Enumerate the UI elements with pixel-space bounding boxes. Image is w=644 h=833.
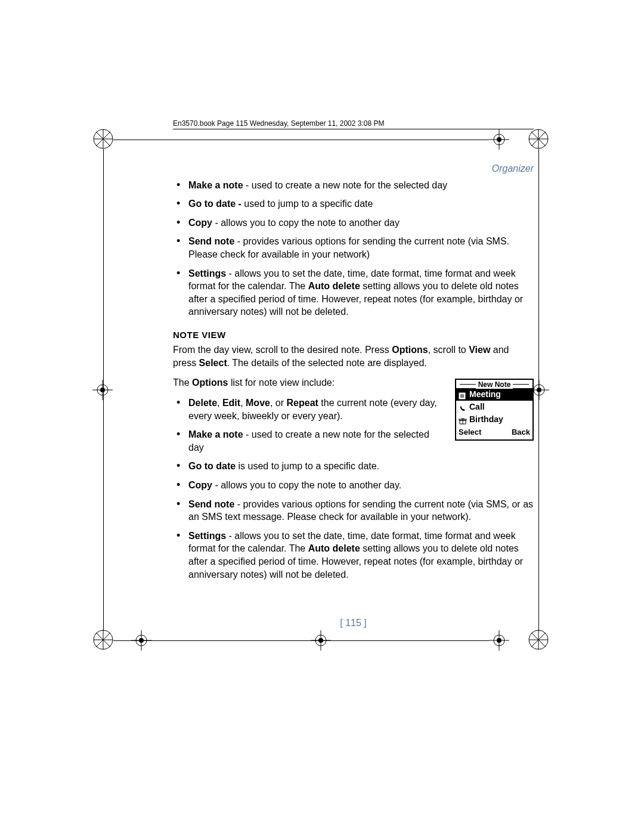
note-view-heading: NOTE VIEW — [173, 329, 534, 341]
phone-menu-item-selected: Meeting — [456, 388, 532, 401]
phone-screenshot: New Note Meeting Call — [455, 379, 534, 440]
term: Move — [246, 398, 270, 408]
term: Send note — [188, 499, 234, 509]
term: Options — [392, 345, 428, 355]
desc: - allows you to copy the note to another… — [212, 480, 401, 490]
desc: is used to jump to a specific date. — [236, 461, 379, 471]
gift-icon — [459, 416, 467, 423]
note-icon — [459, 391, 467, 398]
term: Send note — [188, 236, 234, 246]
term: Edit — [222, 398, 240, 408]
list-item: Delete, Edit, Move, or Repeat the curren… — [173, 397, 444, 422]
options-list-2b: Go to date is used to jump to a specific… — [173, 460, 534, 581]
list-item: Send note - provides various options for… — [173, 235, 534, 261]
phone-icon — [459, 404, 467, 411]
crop-line — [113, 640, 489, 641]
term: Settings — [188, 268, 226, 278]
list-item: Go to date - used to jump to a specific … — [173, 197, 534, 210]
phone-menu-label: Call — [469, 401, 485, 413]
text: From the day view, scroll to the desired… — [173, 345, 392, 355]
term: Auto delete — [308, 543, 360, 553]
desc: - allows you to copy the note to another… — [212, 218, 400, 228]
list-item: Copy - allows you to copy the note to an… — [173, 479, 534, 492]
softkey-left: Select — [459, 427, 481, 438]
options-list-1: Make a note - used to create a new note … — [173, 179, 534, 318]
desc: - provides various options for sending t… — [188, 499, 533, 522]
text: list for note view include: — [228, 377, 335, 388]
desc: used to jump to a specific date — [242, 199, 373, 209]
list-item: Make a note - used to create a new note … — [173, 179, 534, 192]
phone-title: New Note — [456, 380, 532, 388]
text: , or — [270, 398, 287, 408]
term: Select — [199, 358, 227, 368]
softkey-right: Back — [512, 427, 530, 438]
term: Options — [192, 377, 228, 388]
phone-menu-label: Meeting — [469, 389, 501, 400]
phone-menu-item: Birthday — [456, 413, 532, 426]
term: Copy — [188, 480, 212, 490]
term: Settings — [188, 531, 226, 541]
phone-menu-label: Birthday — [469, 414, 503, 425]
term: Delete — [188, 398, 217, 408]
register-orb-icon — [92, 629, 114, 651]
desc: - used to create a new note for the sele… — [243, 180, 447, 190]
text: The — [173, 377, 192, 388]
text: , — [240, 398, 246, 408]
list-item: Go to date is used to jump to a specific… — [173, 460, 534, 473]
term: Repeat — [287, 398, 318, 408]
term: View — [469, 345, 490, 355]
options-lead: The Options list for note view include: — [173, 376, 444, 389]
crosshair-icon — [489, 630, 509, 651]
list-item: Settings - allows you to set the date, t… — [173, 267, 534, 318]
list-item: Copy - allows you to copy the note to an… — [173, 216, 534, 230]
options-list-2a: Delete, Edit, Move, or Repeat the curren… — [173, 397, 444, 454]
list-item: Settings - allows you to set the date, t… — [173, 529, 534, 581]
term: Make a note — [188, 429, 243, 439]
term: Make a note — [188, 180, 243, 190]
term: Auto delete — [308, 281, 360, 291]
svg-point-31 — [497, 638, 501, 643]
section-label: Organizer — [173, 162, 534, 175]
phone-menu-item: Call — [456, 401, 532, 413]
list-item: Make a note - used to create a new note … — [173, 428, 444, 454]
text: , — [217, 398, 222, 408]
term: Go to date — [188, 461, 236, 471]
running-header: En3570.book Page 115 Wednesday, Septembe… — [173, 119, 534, 129]
term: Copy — [188, 218, 212, 228]
register-orb-icon — [528, 629, 549, 651]
note-view-intro: From the day view, scroll to the desired… — [173, 343, 534, 369]
desc: - provides various options for sending t… — [188, 236, 509, 259]
list-item: Send note - provides various options for… — [173, 498, 534, 524]
text: , scroll to — [428, 345, 469, 355]
term: Go to date - — [188, 199, 242, 209]
text: . The details of the selected note are d… — [227, 358, 427, 368]
page-number: [ 115 ] — [173, 617, 534, 630]
